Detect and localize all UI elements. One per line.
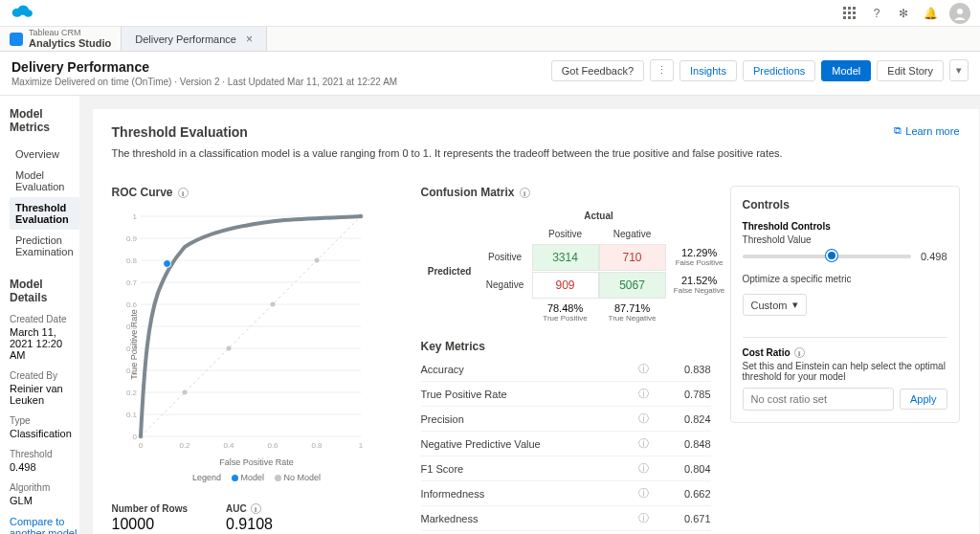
info-icon[interactable]: ⓘ <box>635 432 654 456</box>
sidebar-item-overview[interactable]: Overview <box>10 144 79 165</box>
page-title: Delivery Performance <box>11 59 397 75</box>
sidebar-section-metrics: Model Metrics <box>10 107 79 134</box>
legend-dot-model <box>232 475 238 481</box>
auc-label: AUC <box>226 503 247 514</box>
svg-rect-9 <box>843 16 846 19</box>
svg-rect-4 <box>848 7 851 10</box>
cm-tp-rate-label: True Positive <box>532 314 599 323</box>
auc-value: 0.9108 <box>226 516 273 533</box>
learn-more-label: Learn more <box>905 125 959 137</box>
cm-fp: 710 <box>599 244 666 271</box>
close-icon[interactable]: × <box>246 33 253 46</box>
optimize-metric-label: Optimize a specific metric <box>743 274 947 284</box>
cm-actual-label: Actual <box>532 207 666 225</box>
svg-text:0.8: 0.8 <box>125 256 137 265</box>
svg-text:0.4: 0.4 <box>223 441 234 450</box>
cm-tn: 5067 <box>599 272 666 299</box>
algorithm-label: Algorithm <box>10 482 79 493</box>
roc-legend: Legend Model No Model <box>112 473 402 482</box>
table-row: Markednessⓘ0.671 <box>421 506 711 531</box>
info-icon[interactable]: ⓘ <box>635 506 654 531</box>
metric-label: Accuracy <box>421 357 635 382</box>
model-button[interactable]: Model <box>821 60 871 81</box>
apply-button[interactable]: Apply <box>900 389 947 410</box>
cm-fn-rate-label: False Negative <box>666 286 733 295</box>
table-row: Accuracyⓘ0.838 <box>421 357 711 382</box>
panel-description: The threshold in a classification model … <box>112 147 960 159</box>
cost-ratio-input[interactable] <box>743 388 894 411</box>
main-area: Threshold Evaluation ⧉ Learn more The th… <box>79 96 980 534</box>
predictions-button[interactable]: Predictions <box>743 60 815 81</box>
tab-delivery-performance[interactable]: Delivery Performance × <box>122 27 267 51</box>
left-sidebar: Model Metrics Overview Model Evaluation … <box>0 96 79 534</box>
table-row: MCCⓘ0.667 <box>421 531 711 535</box>
help-icon[interactable]: ? <box>869 6 884 21</box>
cm-row-positive: Positive <box>479 248 532 266</box>
created-date-value: March 11, 2021 12:20 AM <box>10 326 79 361</box>
chevron-down-icon[interactable]: ▾ <box>949 59 969 81</box>
svg-text:0.6: 0.6 <box>125 300 137 309</box>
threshold-value-label: Threshold Value <box>743 234 947 245</box>
svg-text:0.2: 0.2 <box>179 441 190 450</box>
app-brand[interactable]: Tableau CRM Analytics Studio <box>0 27 122 51</box>
svg-point-12 <box>957 9 963 14</box>
cost-ratio-desc: Set this and Einstein can help select th… <box>743 361 947 382</box>
svg-text:0.4: 0.4 <box>125 345 137 353</box>
metric-label: MCC <box>421 531 635 535</box>
info-icon[interactable]: ⓘ <box>635 531 654 535</box>
sidebar-item-threshold-evaluation[interactable]: Threshold Evaluation <box>10 197 79 230</box>
metric-label: Negative Predictive Value <box>421 432 635 456</box>
insights-button[interactable]: Insights <box>679 60 737 81</box>
svg-rect-8 <box>853 11 856 14</box>
created-date-label: Created Date <box>10 314 79 324</box>
got-feedback-button[interactable]: Got Feedback? <box>551 60 644 81</box>
learn-more-link[interactable]: ⧉ Learn more <box>894 124 959 137</box>
table-row: F1 Scoreⓘ0.804 <box>421 456 711 481</box>
metric-value: 0.838 <box>654 357 711 382</box>
slider-thumb[interactable] <box>826 250 837 261</box>
sidebar-item-prediction-examination[interactable]: Prediction Examination <box>10 230 79 262</box>
info-icon[interactable]: i <box>520 188 530 198</box>
svg-text:0: 0 <box>138 441 143 450</box>
svg-point-2 <box>24 10 33 17</box>
type-value: Classification <box>10 428 79 439</box>
controls-title: Controls <box>743 198 947 211</box>
more-icon-button[interactable]: ⋮ <box>650 59 674 81</box>
table-row: Informednessⓘ0.662 <box>421 481 711 506</box>
compare-model-link[interactable]: Compare to another model <box>10 516 79 534</box>
info-icon[interactable]: i <box>794 347 805 358</box>
info-icon[interactable]: ⓘ <box>635 407 654 432</box>
cm-col-negative: Negative <box>599 225 666 243</box>
svg-text:0: 0 <box>132 433 137 441</box>
controls-column: Controls Threshold Controls Threshold Va… <box>730 186 960 423</box>
metric-value: 0.804 <box>654 456 711 481</box>
optimize-metric-select[interactable]: Custom ▾ <box>743 294 808 316</box>
algorithm-value: GLM <box>10 495 79 506</box>
info-icon[interactable]: ⓘ <box>635 382 654 407</box>
cm-col-positive: Positive <box>532 225 599 243</box>
info-icon[interactable]: ⓘ <box>635 357 654 382</box>
sidebar-item-model-evaluation[interactable]: Model Evaluation <box>10 165 79 197</box>
info-icon[interactable]: ⓘ <box>635 481 654 506</box>
roc-chart: 1 0.9 0.8 0.7 0.6 0.5 0.4 0.3 0.2 <box>112 207 380 456</box>
info-icon[interactable]: i <box>251 503 261 514</box>
edit-story-button[interactable]: Edit Story <box>877 60 944 81</box>
confusion-matrix: Actual Positive Negative Predicted Posit… <box>421 207 711 326</box>
svg-text:0.7: 0.7 <box>125 278 137 287</box>
legend-model-label: Model <box>241 473 265 482</box>
metric-label: True Positive Rate <box>421 382 635 407</box>
gear-icon[interactable]: ✻ <box>896 6 911 21</box>
threshold-value: 0.498 <box>10 461 79 473</box>
rows-label: Number of Rows <box>112 503 188 514</box>
bell-icon[interactable]: 🔔 <box>923 6 938 21</box>
info-icon[interactable]: ⓘ <box>635 456 654 481</box>
waffle-icon[interactable] <box>842 6 858 21</box>
avatar[interactable] <box>949 3 970 24</box>
info-icon[interactable]: i <box>178 188 189 198</box>
threshold-slider[interactable] <box>743 255 911 258</box>
legend-nomodel-label: No Model <box>284 473 322 482</box>
brand-line2: Analytics Studio <box>29 37 111 49</box>
cm-tp-rate: 78.48% <box>532 302 599 314</box>
nav-list: Overview Model Evaluation Threshold Eval… <box>10 144 79 262</box>
svg-text:0.1: 0.1 <box>125 411 137 419</box>
